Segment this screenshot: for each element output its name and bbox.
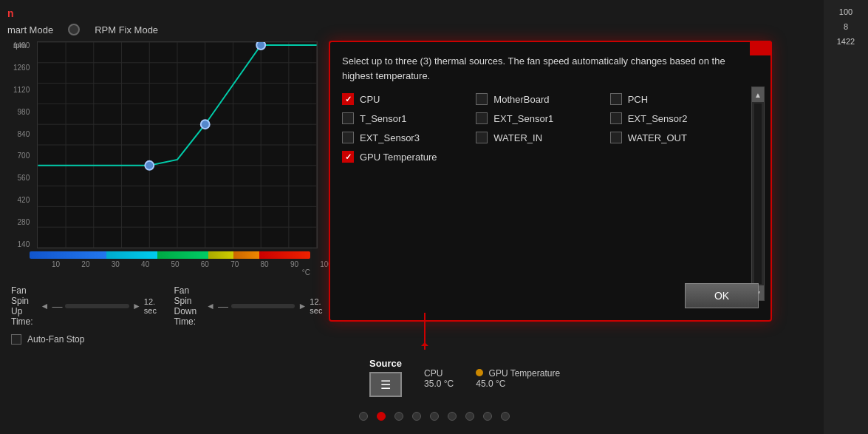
sidebar-val-8: 8 <box>844 22 848 31</box>
dot-1[interactable] <box>359 412 368 421</box>
scrollbar-track <box>754 104 762 284</box>
ext-sensor1-checkbox[interactable] <box>476 112 488 124</box>
gpu-reading-value: 45.0 °C <box>476 379 560 389</box>
svg-point-23 <box>256 42 265 50</box>
checkbox-water-out[interactable]: WATER_OUT <box>610 132 737 143</box>
checkbox-water-in[interactable]: WATER_IN <box>476 132 602 143</box>
svg-marker-25 <box>421 342 428 346</box>
gpu-temp-label: GPU Temperature <box>360 152 437 163</box>
t-sensor1-checkbox[interactable] <box>342 112 354 124</box>
checkbox-pch[interactable]: PCH <box>610 93 737 105</box>
thermal-source-dialog: Select up to three (3) thermal sources. … <box>329 41 772 322</box>
dot-7[interactable] <box>465 412 474 421</box>
spin-down-left-arrow[interactable]: ◄ <box>206 301 215 311</box>
source-list-icon: ☰ <box>380 378 391 392</box>
checkbox-ext-sensor1[interactable]: EXT_Sensor1 <box>476 112 602 124</box>
dot-5[interactable] <box>430 412 439 421</box>
temp-bar-container: 10 20 30 40 50 60 70 80 90 100 °C <box>30 251 310 277</box>
gpu-dot-icon <box>476 369 483 376</box>
spin-up-left-arrow[interactable]: ◄ <box>41 301 49 311</box>
spin-down-right-arrow[interactable]: ► <box>298 301 307 311</box>
chart-bg <box>37 41 318 248</box>
temp-numbers: 10 20 30 40 50 60 70 80 90 100 <box>52 260 332 268</box>
right-sidebar: 100 8 1422 <box>824 0 868 434</box>
spin-down-dash: — <box>218 300 228 312</box>
ext-sensor3-checkbox[interactable] <box>342 132 354 143</box>
water-out-checkbox[interactable] <box>610 132 622 143</box>
spin-up-dash: — <box>52 300 62 312</box>
cpu-reading-value: 35.0 °C <box>424 379 454 389</box>
spin-up-control: ◄ — ► 12. sec <box>41 297 167 315</box>
dot-2-active[interactable] <box>377 412 386 421</box>
temp-readings: CPU 35.0 °C GPU Temperature 45.0 °C <box>424 358 560 389</box>
sidebar-val-1422: 1422 <box>837 37 855 46</box>
temp-segment-red <box>259 251 310 259</box>
sidebar-val-100: 100 <box>839 7 852 16</box>
dot-4[interactable] <box>412 412 421 421</box>
auto-stop-checkbox[interactable] <box>11 334 21 345</box>
auto-stop-label: Auto-Fan Stop <box>27 334 84 345</box>
checkbox-grid: ✓ CPU MotherBoard PCH T_Sensor1 EXT_Sens… <box>342 93 759 163</box>
source-label-wrap: Source ☰ <box>369 358 402 397</box>
temp-segment-green <box>157 251 208 259</box>
pch-checkbox[interactable] <box>610 93 622 105</box>
motherboard-label: MotherBoard <box>493 94 549 105</box>
temp-segment-orange <box>233 251 259 259</box>
ext-sensor2-checkbox[interactable] <box>610 112 622 124</box>
rpm-fix-label: RPM Fix Mode <box>95 24 158 35</box>
gpu-temp-checkbox[interactable]: ✓ <box>342 151 354 163</box>
cpu-checkbox[interactable]: ✓ <box>342 93 354 105</box>
water-in-label: WATER_IN <box>493 132 542 143</box>
gpu-temp-reading: GPU Temperature 45.0 °C <box>476 368 560 389</box>
svg-point-21 <box>145 161 154 170</box>
bottom-dots <box>359 412 510 421</box>
y-axis: 1400 1260 1120 980 840 700 560 420 280 1… <box>13 41 30 248</box>
spin-down-track[interactable] <box>231 304 295 308</box>
mode-row: mart Mode RPM Fix Mode <box>7 24 332 35</box>
auto-stop-row: Auto-Fan Stop <box>11 334 332 345</box>
gpu-temp-check-icon: ✓ <box>345 152 352 162</box>
ok-button[interactable]: OK <box>685 283 759 308</box>
chart-area: 1400 1260 1120 980 840 700 560 420 280 1… <box>37 41 318 248</box>
dot-9[interactable] <box>501 412 510 421</box>
spin-controls-row: Fan Spin Up Time: ◄ — ► 12. sec Fan Spin… <box>11 285 332 327</box>
svg-point-22 <box>201 120 210 129</box>
smart-mode-label: mart Mode <box>7 24 53 35</box>
pch-label: PCH <box>628 94 648 105</box>
celsius-label: °C <box>30 268 310 277</box>
chart-svg <box>38 42 317 248</box>
cpu-check-icon: ✓ <box>345 95 352 104</box>
checkbox-cpu[interactable]: ✓ CPU <box>342 93 468 105</box>
rpm-fix-radio[interactable] <box>68 24 80 35</box>
gpu-reading-label: GPU Temperature <box>476 368 560 379</box>
spin-up-track[interactable] <box>65 304 129 308</box>
dot-8[interactable] <box>483 412 492 421</box>
dot-3[interactable] <box>394 412 403 421</box>
dialog-description: Select up to three (3) thermal sources. … <box>342 54 741 83</box>
checkbox-ext-sensor3[interactable]: EXT_Sensor3 <box>342 132 468 143</box>
water-in-checkbox[interactable] <box>476 132 488 143</box>
checkbox-ext-sensor2[interactable]: EXT_Sensor2 <box>610 112 737 124</box>
ext-sensor2-label: EXT_Sensor2 <box>628 113 688 124</box>
left-panel: n mart Mode RPM Fix Mode rpm 1400 1260 1… <box>0 0 340 434</box>
source-button[interactable]: ☰ <box>369 372 402 397</box>
source-section: Source ☰ CPU 35.0 °C GPU Temperature 45.… <box>369 358 560 397</box>
dialog-scrollbar[interactable]: ▲ ▼ <box>751 87 765 301</box>
cpu-label: CPU <box>360 94 380 105</box>
ext-sensor1-label: EXT_Sensor1 <box>493 113 553 124</box>
spin-up-label: Fan Spin Up Time: <box>11 285 33 327</box>
spin-down-label: Fan Spin Down Time: <box>174 285 199 327</box>
checkbox-t-sensor1[interactable]: T_Sensor1 <box>342 112 468 124</box>
scrollbar-up-button[interactable]: ▲ <box>752 87 764 102</box>
spin-up-right-arrow[interactable]: ► <box>132 301 141 311</box>
water-out-label: WATER_OUT <box>628 132 687 143</box>
scrollbar-up-icon: ▲ <box>754 91 762 99</box>
dot-6[interactable] <box>448 412 457 421</box>
dialog-corner-accent <box>750 41 772 55</box>
checkbox-gpu-temp[interactable]: ✓ GPU Temperature <box>342 151 468 163</box>
temp-segment-cyan <box>106 251 157 259</box>
ext-sensor3-label: EXT_Sensor3 <box>360 132 420 143</box>
checkbox-motherboard[interactable]: MotherBoard <box>476 93 602 105</box>
t-sensor1-label: T_Sensor1 <box>360 113 407 124</box>
motherboard-checkbox[interactable] <box>476 93 488 105</box>
